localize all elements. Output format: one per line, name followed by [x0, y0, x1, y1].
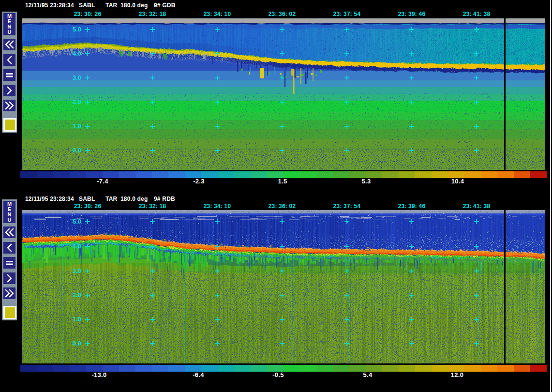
svg-text:3.0: 3.0	[73, 267, 81, 274]
svg-text:0.0: 0.0	[73, 340, 81, 347]
svg-text:3.0: 3.0	[73, 74, 81, 81]
svg-text:4.0: 4.0	[73, 50, 81, 57]
svg-text:5.0: 5.0	[73, 218, 81, 225]
svg-text:2.0: 2.0	[73, 291, 81, 299]
svg-text:5.0: 5.0	[73, 26, 81, 33]
svg-text:1.0: 1.0	[73, 316, 81, 323]
svg-text:2.0: 2.0	[73, 98, 81, 106]
svg-text:1.0: 1.0	[73, 122, 81, 130]
svg-text:4.0: 4.0	[73, 242, 81, 250]
svg-text:0.0: 0.0	[73, 147, 81, 154]
